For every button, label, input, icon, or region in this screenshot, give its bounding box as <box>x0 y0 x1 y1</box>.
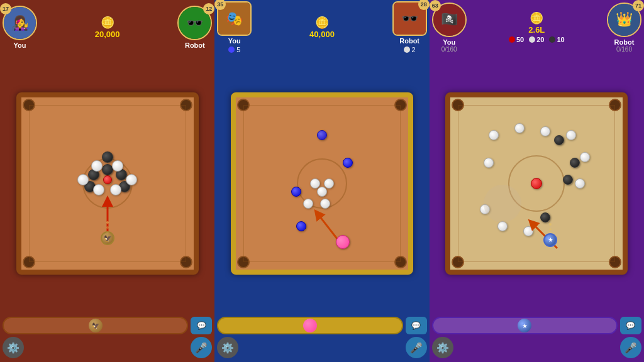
mic-button-3[interactable]: 🎤 <box>620 337 641 358</box>
top-bar-3: 🏴‍☠️ 63 You 0/160 🪙 2.6L 50 20 <box>432 4 641 51</box>
striker-3: ★ <box>543 233 557 247</box>
piece-white-c3 <box>317 187 327 197</box>
shadow-circle-3 <box>484 185 521 222</box>
piece-black-5 <box>102 151 113 163</box>
piece-white-c1 <box>310 178 320 189</box>
piece-dot-white-2 <box>404 47 410 53</box>
board-container-2 <box>217 53 426 313</box>
name-you-2: You <box>228 37 241 45</box>
name-robot-2: Robot <box>399 37 419 45</box>
carrom-board-1: 🦅 <box>16 92 199 275</box>
name-robot-1: Robot <box>185 41 205 49</box>
gear-button-1[interactable]: ⚙️ <box>3 337 24 358</box>
carrom-board-2 <box>231 92 413 275</box>
piece-count-num-robot-2: 2 <box>412 46 416 53</box>
name-you-1: You <box>14 41 26 49</box>
top-bar-2: 🎭 35 You 5 🪙 40,000 🕶️ 28 Robot <box>217 4 426 51</box>
bp3 <box>563 175 573 185</box>
dot-black-3 <box>549 36 555 43</box>
piece-blue-3 <box>343 158 353 168</box>
chat-button-3[interactable]: 💬 <box>620 317 641 334</box>
trail-1 <box>106 221 109 234</box>
chat-icon-3: 💬 <box>626 321 635 330</box>
game-panel-1: 👩‍🎤 17 You 🪙 20,000 🕶️ 12 Robot <box>0 0 214 362</box>
striker-bar-2[interactable] <box>217 317 402 334</box>
piece-red-queen-1 <box>103 175 112 184</box>
gear-icon-2: ⚙️ <box>221 342 234 354</box>
striker-bar-3[interactable]: ★ <box>432 317 618 334</box>
chat-button-1[interactable]: 💬 <box>191 317 212 334</box>
dot-red-3 <box>509 36 515 43</box>
piece-white-4 <box>112 160 123 172</box>
coin-amount-1: 20,000 <box>95 30 120 39</box>
piece-white-1 <box>93 184 104 195</box>
piece-white-c2 <box>324 178 334 189</box>
bottom-bar-2: 💬 <box>217 317 426 334</box>
game-panel-3: 🏴‍☠️ 63 You 0/160 🪙 2.6L 50 20 <box>430 0 644 362</box>
piece-dot-blue-2 <box>228 47 235 53</box>
pocket-tr-3 <box>609 99 621 111</box>
piece-white-2 <box>110 184 121 195</box>
count-white-3: 20 <box>536 36 544 43</box>
mic-button-2[interactable]: 🎤 <box>406 337 427 358</box>
striker-indicator-3: ★ <box>518 319 531 332</box>
top-bar-1: 👩‍🎤 17 You 🪙 20,000 🕶️ 12 Robot <box>3 4 212 51</box>
wp7 <box>575 178 585 189</box>
player-robot-2: 🕶️ 28 Robot 2 <box>392 1 427 53</box>
board-container-3: ★ <box>432 53 641 313</box>
level-robot-3: 71 <box>633 0 644 11</box>
pocket-bl-3 <box>452 256 464 268</box>
gear-button-2[interactable]: ⚙️ <box>217 337 238 358</box>
coin-icon-1: 🪙 <box>101 16 114 30</box>
score-red-3: 50 <box>509 36 524 43</box>
bottom-bar-3: ★ 💬 <box>432 317 641 334</box>
player-you-3: 🏴‍☠️ 63 You 0/160 <box>432 3 467 53</box>
bp1 <box>554 135 564 145</box>
striker-indicator-2 <box>303 319 317 332</box>
wp2 <box>514 123 525 133</box>
pocket-tl-3 <box>452 99 464 111</box>
score-row-3: 50 20 10 <box>509 36 565 43</box>
score-white-3: 20 <box>529 36 544 43</box>
mic-button-1[interactable]: 🎤 <box>191 337 212 358</box>
board-inner-3: ★ <box>450 97 623 270</box>
striker-bar-1[interactable]: 🦅 <box>3 317 188 334</box>
pocket-br-2 <box>394 256 407 268</box>
piece-blue-4 <box>296 221 306 231</box>
pocket-tr-2 <box>394 99 407 111</box>
player-robot-3: 👑 71 Robot 0/160 <box>607 3 641 53</box>
bp2 <box>570 158 580 168</box>
wp1 <box>489 130 499 140</box>
wp10 <box>523 226 533 236</box>
carrom-board-3: ★ <box>445 92 628 275</box>
chat-icon-2: 💬 <box>411 321 421 330</box>
chat-icon-1: 💬 <box>197 321 206 330</box>
mic-icon-2: 🎤 <box>410 342 423 354</box>
piece-red-queen-3 <box>531 178 542 189</box>
piece-blue-1 <box>317 130 327 140</box>
pocket-tr-1 <box>180 99 192 111</box>
gear-icon-1: ⚙️ <box>7 342 19 354</box>
mic-icon-1: 🎤 <box>195 342 208 354</box>
icon-row-1: ⚙️ 🎤 <box>3 337 212 358</box>
player-you-1: 👩‍🎤 17 You <box>3 6 37 49</box>
player-robot-1: 🕶️ 12 Robot <box>177 6 212 49</box>
pocket-br-1 <box>180 256 192 268</box>
wp4 <box>566 130 576 140</box>
board-inner-2 <box>236 97 408 270</box>
name-robot-3: Robot <box>614 38 635 46</box>
icon-row-3: ⚙️ 🎤 <box>432 337 641 358</box>
chat-button-2[interactable]: 💬 <box>406 317 427 334</box>
gear-button-3[interactable]: ⚙️ <box>432 337 453 358</box>
pocket-tl-2 <box>237 99 250 111</box>
count-black-3: 10 <box>557 36 564 43</box>
piece-white-6 <box>126 174 137 185</box>
pocket-br-3 <box>609 256 621 268</box>
score-black-3: 10 <box>549 36 564 43</box>
coin-icon-3: 🪙 <box>530 11 543 25</box>
piece-white-c4 <box>303 199 313 209</box>
piece-white-3 <box>91 160 103 172</box>
count-red-3: 50 <box>516 36 524 43</box>
piece-white-5 <box>77 174 89 185</box>
striker-2 <box>336 235 350 249</box>
